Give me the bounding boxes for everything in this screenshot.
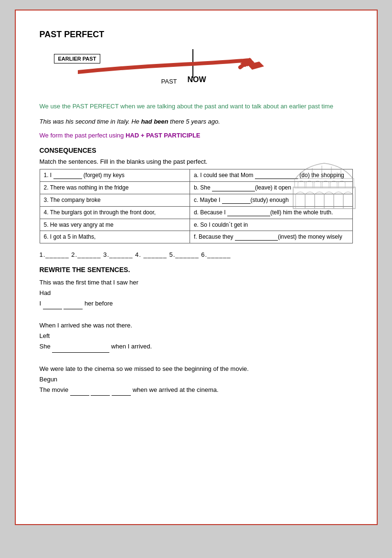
blank-1 xyxy=(53,172,82,179)
formula-before: We form the past perfect using xyxy=(40,132,126,139)
blank-d xyxy=(227,209,270,216)
example-after: there 5 years ago. xyxy=(168,118,220,125)
blank-r1a xyxy=(43,298,62,309)
page-title: PAST PERFECT xyxy=(40,30,353,40)
blank-r3c xyxy=(112,385,131,396)
example-bold: had been xyxy=(141,118,168,125)
blank-b xyxy=(212,184,255,191)
blank-r2 xyxy=(52,341,109,352)
rewrite-sentence-2: When I arrived she was not there. xyxy=(40,320,353,331)
rewrite-block-1: This was the first time that I saw her H… xyxy=(40,277,353,309)
table-cell-left-1: 1. I (forget) my keys xyxy=(40,169,190,182)
table-row: 5. He was very angry at me e. So I could… xyxy=(40,219,352,231)
blank-f xyxy=(235,233,278,241)
example-sentence: This was his second time in Italy. He ha… xyxy=(40,117,353,126)
rewrite-hint-3: Begun xyxy=(40,374,353,385)
blank-r1b xyxy=(64,298,83,309)
rewrite-hint-2: Left xyxy=(40,331,353,341)
table-cell-left-5: 5. He was very angry at me xyxy=(40,219,190,231)
table-cell-right-6: f. Because they (invest) the money wisel… xyxy=(190,231,352,243)
rewrite-block-2: When I arrived she was not there. Left S… xyxy=(40,320,353,352)
answers-line: 1.______ 2.______ 3.______ 4. ______ 5._… xyxy=(40,251,353,258)
worksheet-page: PAST PERFECT EARLIER PAST PAST NOW xyxy=(15,10,378,525)
earlier-past-box: EARLIER PAST xyxy=(54,54,101,63)
consequences-title: CONSEQUENCES xyxy=(40,147,353,154)
rewrite-sentence-1: This was the first time that I saw her xyxy=(40,277,353,288)
rewrite-answer-3: The movie when we arrived at the cinema. xyxy=(40,385,353,396)
table-cell-left-2: 2. There was nothing in the fridge xyxy=(40,182,190,194)
blank-r3a xyxy=(70,385,89,396)
timeline-red-arrow xyxy=(78,58,278,77)
past-label: PAST xyxy=(161,78,177,85)
formula-text: We form the past perfect using HAD + PAS… xyxy=(40,132,353,139)
now-label: NOW xyxy=(188,75,206,84)
timeline-section: EARLIER PAST PAST NOW xyxy=(40,49,353,97)
table-cell-left-6: 6. I got a 5 in Maths, xyxy=(40,231,190,243)
colosseum-image xyxy=(291,158,358,211)
rewrite-title: REWRITE THE SENTENCES. xyxy=(40,266,353,274)
rewrite-answer-1: I her before xyxy=(40,298,353,309)
table-row: 6. I got a 5 in Maths, f. Because they (… xyxy=(40,231,352,243)
blank-c xyxy=(222,197,251,204)
table-cell-right-5: e. So I couldn´t get in xyxy=(190,219,352,231)
svg-rect-3 xyxy=(295,179,354,188)
rewrite-block-3: We were late to the cinema so we missed … xyxy=(40,364,353,396)
explanation-text: We use the PAST PERFECT when we are talk… xyxy=(40,102,353,111)
rewrite-sentence-3: We were late to the cinema so we missed … xyxy=(40,364,353,374)
table-cell-left-4: 4. The burglars got in through the front… xyxy=(40,207,190,219)
rewrite-hint-1: Had xyxy=(40,288,353,298)
rewrite-answer-2: She when I arrived. xyxy=(40,341,353,352)
table-cell-left-3: 3. The company broke xyxy=(40,194,190,207)
example-before: This was his second time in Italy. He xyxy=(40,118,141,125)
blank-r3b xyxy=(91,385,110,396)
formula-bold: HAD + PAST PARTICIPLE xyxy=(126,132,201,139)
